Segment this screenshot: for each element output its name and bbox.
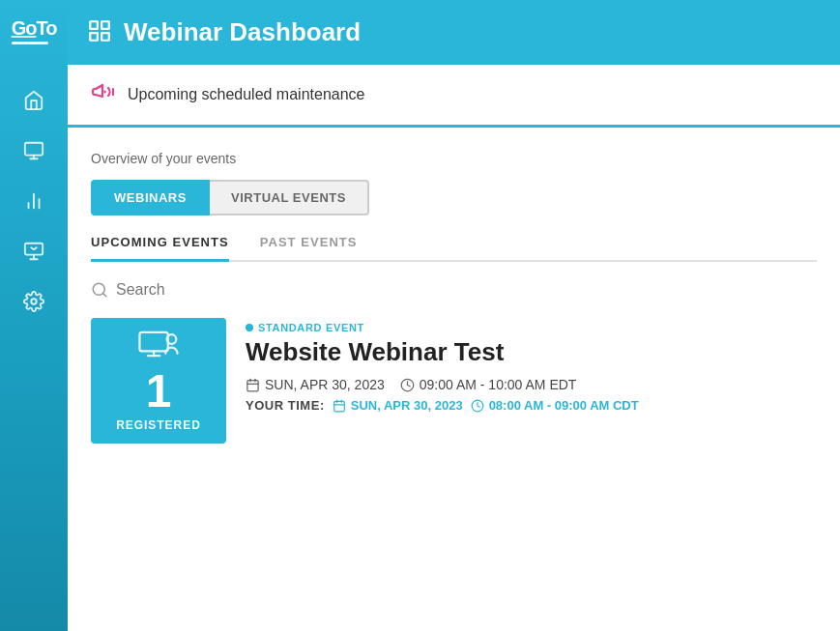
main-content: Webinar Dashboard Upcoming scheduled mai… xyxy=(68,0,840,631)
svg-rect-11 xyxy=(90,33,98,41)
goto-logo-text: GoTo xyxy=(12,17,57,40)
megaphone-icon xyxy=(91,80,114,109)
event-type: STANDARD EVENT xyxy=(246,322,817,333)
logo[interactable]: GoTo xyxy=(4,10,65,52)
page-header: Webinar Dashboard xyxy=(68,0,840,65)
svg-line-14 xyxy=(102,293,105,296)
webinars-toggle-button[interactable]: WEBINARS xyxy=(91,180,210,215)
event-type-dot xyxy=(246,324,253,331)
event-date-text: SUN, APR 30, 2023 xyxy=(265,377,385,392)
sidebar-item-home[interactable] xyxy=(13,79,55,122)
event-type-text: STANDARD EVENT xyxy=(258,322,364,333)
your-time-row: YOUR TIME: SUN, APR 30, 2023 xyxy=(246,398,817,413)
event-type-toggle: WEBINARS VIRTUAL EVENTS xyxy=(91,180,817,215)
your-time-date-text: SUN, APR 30, 2023 xyxy=(351,398,463,413)
event-datetime-row: SUN, APR 30, 2023 09:00 AM - 10:00 AM ED… xyxy=(246,377,817,392)
event-time: 09:00 AM - 10:00 AM EDT xyxy=(400,377,577,392)
search-bar[interactable] xyxy=(91,281,817,299)
your-time-date: SUN, APR 30, 2023 xyxy=(333,398,463,413)
sidebar-item-webinar[interactable] xyxy=(13,230,55,272)
your-time-range-text: 08:00 AM - 09:00 AM CDT xyxy=(489,398,639,413)
content-area: Overview of your events WEBINARS VIRTUAL… xyxy=(68,128,840,631)
logo-underline xyxy=(12,42,48,44)
sidebar: GoTo xyxy=(0,0,68,631)
notification-bar: Upcoming scheduled maintenance xyxy=(68,65,840,128)
clock-icon xyxy=(400,378,415,392)
svg-rect-24 xyxy=(334,401,345,412)
event-time-text: 09:00 AM - 10:00 AM EDT xyxy=(420,377,577,392)
svg-rect-9 xyxy=(101,21,109,29)
registered-label: REGISTERED xyxy=(116,418,201,432)
your-time-label: YOUR TIME: xyxy=(246,398,325,413)
tab-upcoming-events[interactable]: UPCOMING EVENTS xyxy=(91,235,229,262)
search-input[interactable] xyxy=(116,281,309,299)
event-title[interactable]: Website Webinar Test xyxy=(246,337,817,367)
svg-rect-10 xyxy=(101,33,109,41)
overview-label: Overview of your events xyxy=(91,151,817,166)
event-thumbnail[interactable]: 1 REGISTERED xyxy=(91,318,226,444)
sidebar-item-settings[interactable] xyxy=(13,280,55,323)
search-icon xyxy=(91,281,108,299)
svg-rect-0 xyxy=(25,143,43,156)
events-tabs: UPCOMING EVENTS PAST EVENTS xyxy=(91,235,817,262)
svg-rect-15 xyxy=(139,332,167,352)
svg-rect-8 xyxy=(90,21,98,29)
your-time-clock-icon xyxy=(471,399,484,413)
your-time-calendar-icon xyxy=(333,399,346,413)
virtual-events-toggle-button[interactable]: VIRTUAL EVENTS xyxy=(210,180,369,215)
sidebar-item-monitor[interactable] xyxy=(13,129,55,172)
event-card: 1 REGISTERED STANDARD EVENT Website Webi… xyxy=(91,318,817,467)
event-webinar-icon xyxy=(137,330,180,362)
header-dashboard-icon xyxy=(87,18,112,47)
sidebar-item-analytics[interactable] xyxy=(13,180,55,222)
tab-past-events[interactable]: PAST EVENTS xyxy=(260,235,358,262)
registered-count: 1 xyxy=(146,368,172,415)
page-title: Webinar Dashboard xyxy=(124,17,361,47)
event-details: STANDARD EVENT Website Webinar Test SUN,… xyxy=(246,318,817,413)
your-time-range: 08:00 AM - 09:00 AM CDT xyxy=(471,398,639,413)
svg-point-7 xyxy=(31,299,37,304)
event-date: SUN, APR 30, 2023 xyxy=(246,377,385,392)
notification-text: Upcoming scheduled maintenance xyxy=(128,86,364,103)
calendar-icon xyxy=(246,378,260,392)
svg-rect-19 xyxy=(247,380,258,390)
